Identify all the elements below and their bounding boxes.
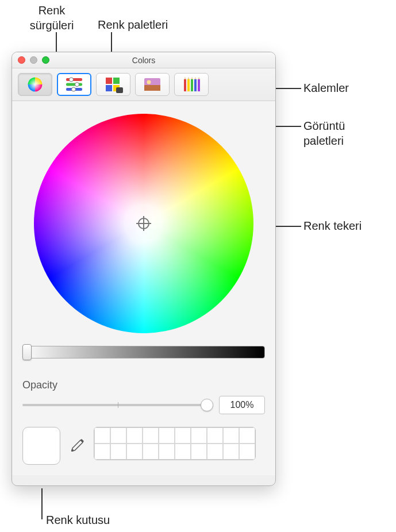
pencils-icon xyxy=(182,76,201,93)
swatch[interactable] xyxy=(207,444,223,460)
opacity-section: Opacity xyxy=(22,379,265,414)
swatch[interactable] xyxy=(239,427,255,444)
swatch[interactable] xyxy=(239,444,255,460)
svg-rect-16 xyxy=(184,79,186,91)
palettes-icon xyxy=(103,76,123,93)
brightness-slider[interactable] xyxy=(22,346,265,363)
svg-marker-25 xyxy=(198,77,200,79)
traffic-lights xyxy=(18,56,49,64)
opacity-slider[interactable] xyxy=(22,399,213,411)
swatch[interactable] xyxy=(126,444,143,460)
color-wheel-tab[interactable] xyxy=(18,73,52,96)
callout-pencils: Kalemler xyxy=(303,80,349,95)
bottom-row xyxy=(22,427,265,465)
svg-rect-22 xyxy=(194,79,197,91)
titlebar: Colors xyxy=(12,52,275,68)
callout-palettes: Renk paletleri xyxy=(98,17,168,32)
swatch[interactable] xyxy=(207,427,223,444)
opacity-label: Opacity xyxy=(22,379,265,391)
svg-rect-12 xyxy=(116,87,123,93)
callout-wheel: Renk tekeri xyxy=(303,218,362,233)
callout-well: Renk kutusu xyxy=(46,512,110,527)
swatch[interactable] xyxy=(126,427,143,444)
swatch[interactable] xyxy=(110,444,126,460)
eyedropper-icon xyxy=(69,438,85,454)
swatch[interactable] xyxy=(143,444,159,460)
svg-point-26 xyxy=(71,449,74,452)
opacity-field[interactable] xyxy=(219,396,265,414)
swatch[interactable] xyxy=(143,427,159,444)
swatch-grid xyxy=(94,427,256,460)
svg-point-15 xyxy=(147,80,151,84)
swatch[interactable] xyxy=(191,427,207,444)
callout-line xyxy=(41,488,43,519)
svg-rect-9 xyxy=(113,78,120,84)
swatch[interactable] xyxy=(175,427,191,444)
swatch[interactable] xyxy=(94,427,110,444)
color-wheel[interactable] xyxy=(34,114,253,333)
swatch[interactable] xyxy=(159,444,175,460)
svg-rect-24 xyxy=(198,79,200,91)
window-title: Colors xyxy=(18,56,270,65)
svg-point-7 xyxy=(72,87,76,91)
svg-marker-23 xyxy=(194,77,197,79)
image-icon xyxy=(143,76,162,93)
svg-rect-4 xyxy=(66,83,82,86)
svg-point-5 xyxy=(75,83,79,87)
svg-marker-21 xyxy=(191,77,193,79)
color-well[interactable] xyxy=(22,427,60,465)
toolbar xyxy=(12,68,275,101)
color-sliders-tab[interactable] xyxy=(57,73,91,96)
swatch[interactable] xyxy=(223,427,239,444)
zoom-button[interactable] xyxy=(42,56,49,64)
svg-marker-17 xyxy=(184,77,186,79)
opacity-thumb[interactable] xyxy=(201,399,213,411)
svg-rect-14 xyxy=(144,85,160,91)
svg-rect-20 xyxy=(191,79,193,91)
brightness-track xyxy=(22,346,265,358)
minimize-button[interactable] xyxy=(30,56,37,64)
svg-rect-10 xyxy=(106,85,112,91)
svg-marker-19 xyxy=(187,77,190,79)
svg-rect-8 xyxy=(106,78,112,84)
color-wheel-icon xyxy=(25,76,45,93)
brightness-thumb[interactable] xyxy=(22,344,32,360)
swatch[interactable] xyxy=(159,427,175,444)
wheel-crosshair[interactable] xyxy=(138,218,149,229)
swatch[interactable] xyxy=(175,444,191,460)
callout-image-palettes: Görüntü paletleri xyxy=(303,118,384,148)
svg-point-1 xyxy=(28,78,43,92)
swatch[interactable] xyxy=(191,444,207,460)
image-palettes-tab[interactable] xyxy=(135,73,170,96)
swatch[interactable] xyxy=(110,427,126,444)
svg-rect-2 xyxy=(66,78,82,81)
svg-rect-18 xyxy=(187,79,190,91)
colors-window: Colors xyxy=(11,52,276,486)
eyedropper-button[interactable] xyxy=(67,436,87,456)
callout-sliders: Renk sürgüleri xyxy=(23,3,80,33)
body-area: Opacity xyxy=(12,101,275,475)
swatch[interactable] xyxy=(223,444,239,460)
swatch[interactable] xyxy=(94,444,110,460)
pencils-tab[interactable] xyxy=(174,73,209,96)
close-button[interactable] xyxy=(18,56,25,64)
sliders-icon xyxy=(64,76,84,93)
color-palettes-tab[interactable] xyxy=(96,73,130,96)
opacity-tick xyxy=(118,402,118,408)
svg-point-3 xyxy=(70,78,74,82)
